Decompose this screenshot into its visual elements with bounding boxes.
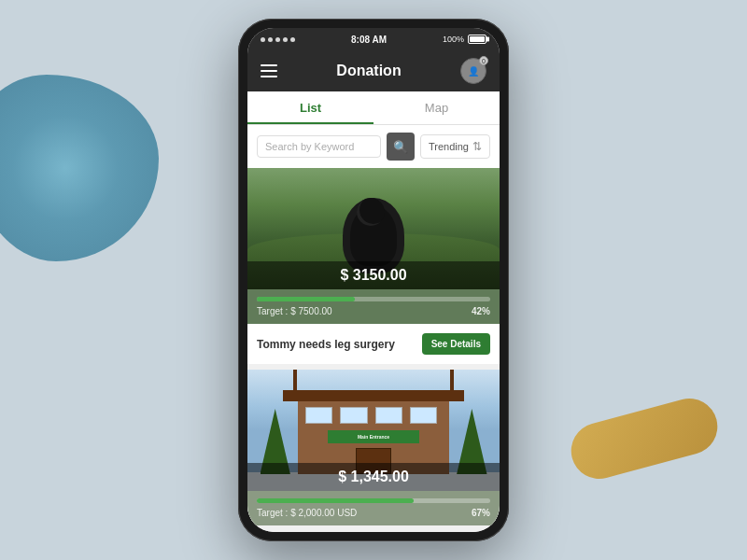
- sort-button[interactable]: Trending ⇅: [420, 134, 490, 159]
- card-1-progress-fill: [257, 297, 355, 301]
- search-area: Search by Keyword 🔍 Trending ⇅: [247, 125, 500, 168]
- card-1-amount-overlay: $ 3150.00: [247, 261, 500, 289]
- search-icon: 🔍: [393, 140, 408, 154]
- card-2-progress-section: Target : $ 2,000.00 USD 67%: [247, 491, 500, 525]
- hamburger-line-3: [261, 76, 277, 77]
- card-2-progress-fill: [257, 498, 414, 503]
- battery-icon: [468, 35, 486, 44]
- card-list: $ 3150.00 Target : $ 7500.00 42% Tommy n…: [247, 168, 500, 532]
- phone-frame: 8:08 AM 100% Donation 👤 0: [238, 19, 509, 541]
- search-placeholder: Search by Keyword: [265, 141, 373, 152]
- search-input-wrap[interactable]: Search by Keyword: [257, 135, 381, 158]
- battery-tip: [486, 37, 489, 42]
- phone-screen: 8:08 AM 100% Donation 👤 0: [247, 28, 500, 532]
- signal-dot-3: [275, 37, 280, 42]
- bg-decoration-left: [0, 75, 159, 261]
- tab-list[interactable]: List: [247, 91, 374, 124]
- app-header: Donation 👤 0: [247, 50, 500, 91]
- hamburger-line-2: [261, 70, 277, 72]
- card-2-amount: $ 1,345.00: [257, 469, 490, 485]
- sign-text: Main Entrance: [358, 434, 389, 440]
- sort-arrow-icon: ⇅: [472, 140, 482, 153]
- tab-map[interactable]: Map: [374, 91, 500, 124]
- signal-dot-5: [290, 37, 295, 42]
- donation-card-2: Main Entrance $ 1: [247, 370, 500, 525]
- profile-button[interactable]: 👤 0: [460, 58, 486, 84]
- signal-dot-1: [261, 37, 265, 42]
- profile-icon-symbol: 👤: [468, 66, 479, 77]
- window-4: [410, 407, 437, 424]
- header-title: Donation: [336, 63, 401, 79]
- card-2-percent: 67%: [472, 508, 490, 518]
- main-entrance-sign: Main Entrance: [328, 430, 418, 443]
- card-1-progress-info: Target : $ 7500.00 42%: [257, 306, 490, 316]
- card-2-amount-overlay: $ 1,345.00: [247, 463, 500, 491]
- card-1-amount: $ 3150.00: [257, 267, 490, 284]
- card-1-image: $ 3150.00: [247, 168, 500, 289]
- signal-dots: [261, 37, 295, 42]
- search-button[interactable]: 🔍: [387, 133, 415, 161]
- profile-badge: 0: [479, 56, 488, 65]
- card-1-progress-section: Target : $ 7500.00 42%: [247, 289, 500, 324]
- card-2-target: Target : $ 2,000.00 USD: [257, 508, 357, 518]
- roof-beam: [283, 390, 464, 401]
- pillar-right: [450, 370, 454, 401]
- card-1-see-details-button[interactable]: See Details: [422, 333, 490, 355]
- card-1-percent: 42%: [472, 306, 490, 316]
- window-1: [305, 407, 332, 424]
- window-3: [375, 407, 402, 424]
- card-1-title: Tommy needs leg surgery: [257, 338, 395, 351]
- hamburger-line-1: [261, 64, 277, 66]
- card-1-progress-bg: [257, 297, 490, 301]
- signal-dot-2: [268, 37, 273, 42]
- signal-dot-4: [283, 37, 288, 42]
- donation-card-1: $ 3150.00 Target : $ 7500.00 42% Tommy n…: [247, 168, 500, 364]
- sort-label: Trending: [429, 141, 469, 152]
- status-right: 100%: [443, 35, 486, 44]
- card-2-progress-info: Target : $ 2,000.00 USD 67%: [257, 508, 490, 518]
- bg-decoration-right: [565, 392, 724, 484]
- pillar-left: [293, 370, 297, 401]
- tab-bar: List Map: [247, 91, 500, 125]
- dog-head: [357, 198, 385, 226]
- card-2-image: Main Entrance $ 1: [247, 370, 500, 491]
- card-2-progress-bg: [257, 498, 490, 503]
- card-1-footer: Tommy needs leg surgery See Details: [247, 324, 500, 364]
- battery-fill: [470, 36, 485, 42]
- status-bar: 8:08 AM 100%: [247, 28, 500, 50]
- hamburger-menu[interactable]: [261, 64, 277, 77]
- window-2: [340, 407, 367, 424]
- status-time: 8:08 AM: [351, 35, 387, 45]
- battery-percent: 100%: [443, 35, 464, 44]
- card-1-target: Target : $ 7500.00: [257, 306, 332, 316]
